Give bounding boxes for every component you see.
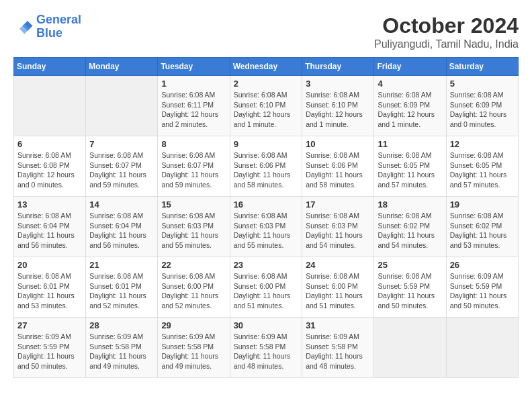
day-info: Sunrise: 6:08 AM Sunset: 6:05 PM Dayligh… (450, 150, 515, 190)
day-info: Sunrise: 6:08 AM Sunset: 6:06 PM Dayligh… (306, 150, 370, 190)
day-info: Sunrise: 6:08 AM Sunset: 6:10 PM Dayligh… (306, 90, 370, 130)
day-info: Sunrise: 6:08 AM Sunset: 6:04 PM Dayligh… (17, 211, 82, 250)
calendar-table: SundayMondayTuesdayWednesdayThursdayFrid… (13, 57, 519, 378)
day-info: Sunrise: 6:09 AM Sunset: 5:58 PM Dayligh… (89, 332, 154, 371)
day-info: Sunrise: 6:08 AM Sunset: 6:03 PM Dayligh… (161, 211, 226, 250)
day-number: 19 (450, 199, 515, 210)
logo: General Blue (13, 13, 81, 40)
day-number: 22 (161, 260, 226, 270)
logo-icon (13, 17, 34, 37)
day-info: Sunrise: 6:08 AM Sunset: 6:03 PM Dayligh… (306, 211, 370, 250)
header-friday: Friday (374, 58, 446, 76)
day-info: Sunrise: 6:08 AM Sunset: 6:09 PM Dayligh… (450, 90, 515, 130)
day-info: Sunrise: 6:08 AM Sunset: 6:11 PM Dayligh… (161, 90, 226, 130)
page-header: General Blue October 2024 Puliyangudi, T… (13, 13, 519, 50)
day-info: Sunrise: 6:08 AM Sunset: 6:00 PM Dayligh… (234, 271, 299, 311)
calendar-cell: 16Sunrise: 6:08 AM Sunset: 6:03 PM Dayli… (230, 197, 302, 257)
calendar-week-row: 27Sunrise: 6:09 AM Sunset: 5:59 PM Dayli… (14, 318, 519, 378)
calendar-cell: 26Sunrise: 6:09 AM Sunset: 5:59 PM Dayli… (446, 257, 518, 318)
day-number: 11 (378, 139, 442, 149)
day-info: Sunrise: 6:08 AM Sunset: 6:00 PM Dayligh… (306, 271, 370, 311)
header-wednesday: Wednesday (230, 58, 302, 76)
day-info: Sunrise: 6:08 AM Sunset: 6:01 PM Dayligh… (17, 271, 82, 311)
calendar-cell: 6Sunrise: 6:08 AM Sunset: 6:08 PM Daylig… (14, 136, 86, 197)
day-number: 27 (17, 320, 82, 330)
calendar-cell (374, 318, 446, 378)
day-number: 8 (161, 139, 226, 149)
day-info: Sunrise: 6:08 AM Sunset: 6:07 PM Dayligh… (89, 150, 154, 190)
calendar-cell: 12Sunrise: 6:08 AM Sunset: 6:05 PM Dayli… (446, 136, 518, 197)
calendar-cell: 28Sunrise: 6:09 AM Sunset: 5:58 PM Dayli… (86, 318, 158, 378)
day-info: Sunrise: 6:08 AM Sunset: 6:04 PM Dayligh… (89, 211, 154, 250)
day-number: 9 (234, 139, 299, 149)
day-number: 17 (306, 199, 370, 210)
day-number: 30 (234, 320, 299, 330)
calendar-cell: 8Sunrise: 6:08 AM Sunset: 6:07 PM Daylig… (158, 136, 230, 197)
calendar-week-row: 13Sunrise: 6:08 AM Sunset: 6:04 PM Dayli… (14, 197, 519, 257)
calendar-cell: 13Sunrise: 6:08 AM Sunset: 6:04 PM Dayli… (14, 197, 86, 257)
calendar-cell: 27Sunrise: 6:09 AM Sunset: 5:59 PM Dayli… (14, 318, 86, 378)
day-number: 18 (378, 199, 442, 210)
day-info: Sunrise: 6:08 AM Sunset: 6:02 PM Dayligh… (378, 211, 442, 250)
day-info: Sunrise: 6:08 AM Sunset: 6:05 PM Dayligh… (378, 150, 442, 190)
calendar-header-row: SundayMondayTuesdayWednesdayThursdayFrid… (14, 58, 519, 76)
day-number: 25 (378, 260, 442, 270)
calendar-cell: 25Sunrise: 6:08 AM Sunset: 5:59 PM Dayli… (374, 257, 446, 318)
day-number: 26 (450, 260, 515, 270)
calendar-cell: 31Sunrise: 6:09 AM Sunset: 5:58 PM Dayli… (302, 318, 374, 378)
day-info: Sunrise: 6:09 AM Sunset: 5:58 PM Dayligh… (161, 332, 226, 371)
header-tuesday: Tuesday (158, 58, 230, 76)
day-number: 23 (234, 260, 299, 270)
day-info: Sunrise: 6:08 AM Sunset: 6:09 PM Dayligh… (378, 90, 442, 130)
logo-text: General Blue (36, 13, 81, 40)
calendar-cell: 18Sunrise: 6:08 AM Sunset: 6:02 PM Dayli… (374, 197, 446, 257)
day-number: 21 (89, 260, 154, 270)
day-info: Sunrise: 6:08 AM Sunset: 6:06 PM Dayligh… (234, 150, 299, 190)
calendar-cell: 4Sunrise: 6:08 AM Sunset: 6:09 PM Daylig… (374, 76, 446, 136)
calendar-cell: 2Sunrise: 6:08 AM Sunset: 6:10 PM Daylig… (230, 76, 302, 136)
calendar-cell: 14Sunrise: 6:08 AM Sunset: 6:04 PM Dayli… (86, 197, 158, 257)
calendar-cell: 17Sunrise: 6:08 AM Sunset: 6:03 PM Dayli… (302, 197, 374, 257)
calendar-cell: 7Sunrise: 6:08 AM Sunset: 6:07 PM Daylig… (86, 136, 158, 197)
day-number: 3 (306, 79, 370, 89)
calendar-cell: 24Sunrise: 6:08 AM Sunset: 6:00 PM Dayli… (302, 257, 374, 318)
calendar-week-row: 1Sunrise: 6:08 AM Sunset: 6:11 PM Daylig… (14, 76, 519, 136)
calendar-cell: 30Sunrise: 6:09 AM Sunset: 5:58 PM Dayli… (230, 318, 302, 378)
day-number: 14 (89, 199, 154, 210)
calendar-cell: 1Sunrise: 6:08 AM Sunset: 6:11 PM Daylig… (158, 76, 230, 136)
calendar-cell: 11Sunrise: 6:08 AM Sunset: 6:05 PM Dayli… (374, 136, 446, 197)
title-block: October 2024 Puliyangudi, Tamil Nadu, In… (374, 13, 519, 50)
day-number: 10 (306, 139, 370, 149)
calendar-cell: 9Sunrise: 6:08 AM Sunset: 6:06 PM Daylig… (230, 136, 302, 197)
day-info: Sunrise: 6:09 AM Sunset: 5:59 PM Dayligh… (450, 271, 515, 311)
day-number: 28 (89, 320, 154, 330)
calendar-cell: 3Sunrise: 6:08 AM Sunset: 6:10 PM Daylig… (302, 76, 374, 136)
day-number: 24 (306, 260, 370, 270)
day-info: Sunrise: 6:08 AM Sunset: 5:59 PM Dayligh… (378, 271, 442, 311)
day-info: Sunrise: 6:08 AM Sunset: 6:01 PM Dayligh… (89, 271, 154, 311)
day-number: 29 (161, 320, 226, 330)
calendar-cell: 15Sunrise: 6:08 AM Sunset: 6:03 PM Dayli… (158, 197, 230, 257)
calendar-cell (446, 318, 518, 378)
calendar-cell: 21Sunrise: 6:08 AM Sunset: 6:01 PM Dayli… (86, 257, 158, 318)
day-number: 16 (234, 199, 299, 210)
header-saturday: Saturday (446, 58, 518, 76)
day-number: 5 (450, 79, 515, 89)
calendar-cell (86, 76, 158, 136)
day-info: Sunrise: 6:09 AM Sunset: 5:58 PM Dayligh… (306, 332, 370, 371)
calendar-week-row: 20Sunrise: 6:08 AM Sunset: 6:01 PM Dayli… (14, 257, 519, 318)
day-info: Sunrise: 6:09 AM Sunset: 5:58 PM Dayligh… (234, 332, 299, 371)
day-number: 7 (89, 139, 154, 149)
header-monday: Monday (86, 58, 158, 76)
day-info: Sunrise: 6:08 AM Sunset: 6:02 PM Dayligh… (450, 211, 515, 250)
calendar-week-row: 6Sunrise: 6:08 AM Sunset: 6:08 PM Daylig… (14, 136, 519, 197)
day-number: 4 (378, 79, 442, 89)
day-number: 20 (17, 260, 82, 270)
day-number: 1 (161, 79, 226, 89)
location-title: Puliyangudi, Tamil Nadu, India (374, 38, 519, 50)
day-info: Sunrise: 6:08 AM Sunset: 6:07 PM Dayligh… (161, 150, 226, 190)
calendar-cell: 19Sunrise: 6:08 AM Sunset: 6:02 PM Dayli… (446, 197, 518, 257)
day-info: Sunrise: 6:08 AM Sunset: 6:08 PM Dayligh… (17, 150, 82, 190)
calendar-cell (14, 76, 86, 136)
header-thursday: Thursday (302, 58, 374, 76)
